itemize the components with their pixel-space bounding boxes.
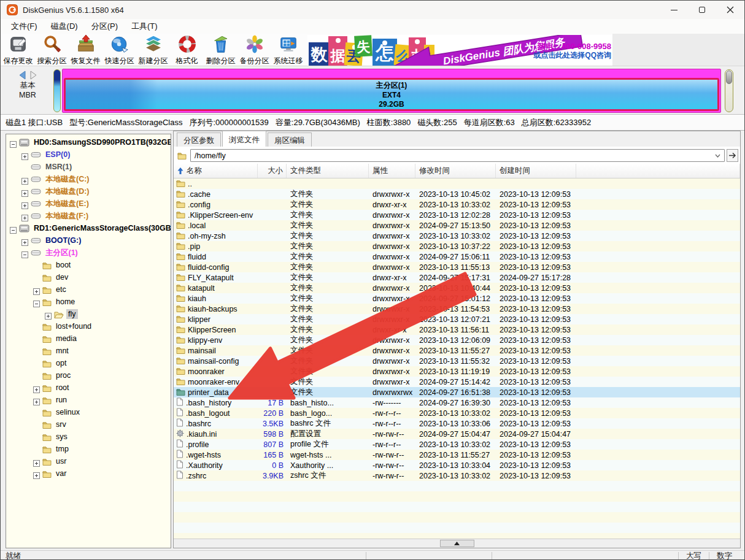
toolbar-button-search-partition[interactable]: 搜索分区 [35,34,69,65]
tree-node-ESP(0)[interactable]: ESP(0) [6,148,171,161]
tree-node-label[interactable]: sys [54,432,69,442]
tree-node-label[interactable]: dev [54,272,70,282]
tree-node-srv[interactable]: srv [6,418,171,431]
file-row-printer_data[interactable]: printer_data文件夹drwxrwxrwx2024-09-27 16:5… [174,387,740,397]
tree-node-root[interactable]: root [6,382,171,394]
collapse-icon[interactable] [21,250,28,256]
tree-node-label[interactable]: MSR(1) [44,162,74,172]
file-row-.oh-my-zsh[interactable]: .oh-my-zsh文件夹drwxrwxr-x2023-10-13 10:33:… [174,231,740,241]
expand-icon[interactable] [33,458,40,465]
expand-icon[interactable] [33,397,40,404]
tree-node-boot[interactable]: boot [6,259,171,271]
file-row-.local[interactable]: .local文件夹drwxrwxr-x2024-09-27 15:13:5020… [174,220,740,231]
expand-icon[interactable] [45,311,52,318]
minimize-button[interactable] [660,1,688,19]
horizontal-scrollbar[interactable] [174,539,740,548]
partition-scrollbar-thumb[interactable] [726,71,732,84]
expand-icon[interactable] [21,188,28,195]
tree-node-lost+found[interactable]: lost+found [6,320,171,332]
tree-node-本地磁盘(D:)[interactable]: 本地磁盘(D:) [6,185,171,198]
toolbar-button-save-disk[interactable]: 保存更改 [1,34,35,65]
tab-扇区编辑[interactable]: 扇区编辑 [268,132,312,147]
tree-node-RD1:GenericMassStorageClass(30GB)[interactable]: RD1:GenericMassStorageClass(30GB) [6,222,171,234]
tree-node-label[interactable]: home [54,297,77,307]
tree-node-label[interactable]: BOOT(G:) [44,236,83,245]
file-row-.bash_logout[interactable]: .bash_logout220 Bbash_logo...-rw-r--r--2… [174,408,740,418]
file-row-..[interactable]: .. [174,178,740,189]
column-header-名称[interactable]: 名称 [174,164,258,178]
file-row-mainsail[interactable]: mainsail文件夹drwxrwxr-x2023-10-13 11:55:27… [174,345,740,356]
file-row-.cache[interactable]: .cache文件夹drwxrwxr-x2023-10-13 10:45:0220… [174,189,740,199]
tree-node-media[interactable]: media [6,332,171,345]
collapse-icon[interactable] [10,225,17,232]
expand-icon[interactable] [33,286,40,293]
expand-icon[interactable] [21,152,28,158]
tree-node-label[interactable]: ESP(0) [44,150,72,159]
ad-banner[interactable]: 数据丢失怎么办! DiskGenius 团队为您服务 致电：400-008-99… [307,35,612,66]
file-row-FLY_Katapult[interactable]: FLY_Katapult文件夹drwxr-xr-x2024-09-27 15:1… [174,272,740,283]
tree-node-tmp[interactable]: tmp [6,443,171,455]
tree-node-label[interactable]: 主分区(1) [44,247,80,259]
tree-node-label[interactable]: HD0:SamsungSSD990PRO1TB(932GB) [32,137,171,147]
column-header-文件类型[interactable]: 文件类型 [287,164,369,178]
tree-node-label[interactable]: usr [54,456,68,466]
scrollbar-button[interactable] [440,540,474,547]
file-row-.wget-hsts[interactable]: .wget-hsts165 Bwget-hsts ...-rw-rw-r--20… [174,450,740,460]
file-row-.kiauh.ini[interactable]: .kiauh.ini598 B配置设置-rw-rw-r--2024-09-27 … [174,429,740,439]
file-row-fluidd[interactable]: fluidd文件夹drwxrwxr-x2024-09-27 15:06:1120… [174,251,740,262]
file-row-klippy-env[interactable]: klippy-env文件夹drwxrwxr-x2023-10-13 12:06:… [174,335,740,345]
tree-node-label[interactable]: etc [54,285,68,294]
tree-node-label[interactable]: srv [54,420,68,429]
tree-node-label[interactable]: 本地磁盘(D:) [44,186,91,198]
disk-mini-bar[interactable] [53,69,61,112]
tree-node-本地磁盘(C:)[interactable]: 本地磁盘(C:) [6,173,171,185]
column-header-修改时间[interactable]: 修改时间 [415,164,496,178]
file-row-KlipperScreen[interactable]: KlipperScreen文件夹drwxr-xr-x2023-10-13 11:… [174,324,740,335]
tree-node-label[interactable]: var [54,469,68,478]
file-row-katapult[interactable]: katapult文件夹drwxrwxr-x2023-10-13 10:40:44… [174,283,740,293]
collapse-icon[interactable] [33,299,40,305]
path-value[interactable]: /home/fly [195,152,715,160]
file-row-moonraker-env[interactable]: moonraker-env文件夹drwxrwxr-x2024-09-27 15:… [174,377,740,387]
tree-node-label[interactable]: fly [66,309,78,319]
tree-node-label[interactable]: 本地磁盘(E:) [44,198,91,210]
column-header-属性[interactable]: 属性 [369,164,415,178]
tree-node-etc[interactable]: etc [6,283,171,296]
tab-分区参数[interactable]: 分区参数 [177,132,221,147]
expand-icon[interactable] [33,385,40,391]
tree-node-BOOT(G:)[interactable]: BOOT(G:) [6,234,171,247]
next-disk-icon[interactable] [29,70,38,80]
tree-node-run[interactable]: run [6,394,171,406]
tree-node-主分区(1)[interactable]: 主分区(1) [6,247,171,259]
ad-qq-link[interactable]: 或点击此处选择QQ咨询 [533,51,611,60]
partition-block[interactable]: 主分区(1) EXT4 29.2GB [64,78,719,111]
file-row-fluidd-config[interactable]: fluidd-config文件夹drwxrwxr-x2023-10-13 11:… [174,262,740,272]
disk-bar[interactable]: 主分区(1) EXT4 29.2GB [62,69,721,113]
chevron-down-icon[interactable] [715,154,720,158]
tree-node-mnt[interactable]: mnt [6,345,171,357]
tree-node-label[interactable]: 本地磁盘(C:) [44,174,91,185]
toolbar-button-backup-partition[interactable]: 备份分区 [237,34,271,65]
tree-node-fly[interactable]: fly [6,308,171,320]
file-row-klipper[interactable]: klipper文件夹drwxrwxr-x2023-10-13 12:07:212… [174,314,740,324]
file-row-.bash_history[interactable]: .bash_history17 Bbash_histo...-rw-------… [174,397,740,408]
toolbar-button-quick-partition[interactable]: 快速分区 [102,34,136,65]
tree-node-selinux[interactable]: selinux [6,406,171,418]
tree-node-label[interactable]: media [54,334,79,343]
tree-node-dev[interactable]: dev [6,271,171,283]
toolbar-button-format[interactable]: 格式化 [170,34,204,65]
tree-node-label[interactable]: opt [54,358,68,368]
tree-node-本地磁盘(E:)[interactable]: 本地磁盘(E:) [6,198,171,210]
tree-node-label[interactable]: lost+found [54,321,93,331]
tree-node-sys[interactable]: sys [6,431,171,443]
maximize-button[interactable] [688,1,716,19]
column-header-创建时间[interactable]: 创建时间 [496,164,576,178]
tree-node-usr[interactable]: usr [6,455,171,467]
tab-浏览文件[interactable]: 浏览文件 [222,131,266,147]
file-row-mainsail-config[interactable]: mainsail-config文件夹drwxrwxr-x2023-10-13 1… [174,356,740,366]
expand-icon[interactable] [21,237,28,244]
partition-scrollbar[interactable] [725,69,733,112]
tree-node-proc[interactable]: proc [6,369,171,382]
expand-icon[interactable] [33,470,40,477]
file-row-.config[interactable]: .config文件夹drwxr-xr-x2023-10-13 10:33:022… [174,199,740,210]
